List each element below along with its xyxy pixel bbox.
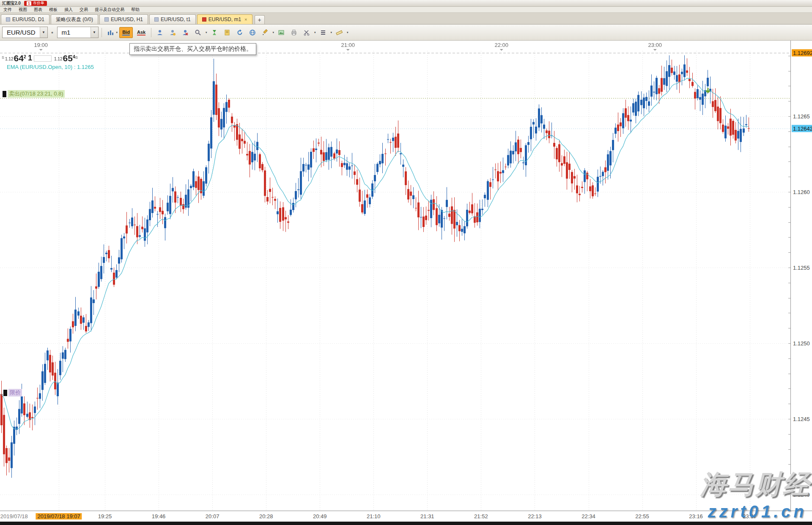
quote-display: S 1.12 64 2 1 1.12 65 4 B — [2, 54, 78, 62]
refresh-icon[interactable] — [234, 27, 245, 38]
ask-button[interactable]: Ask — [134, 27, 148, 38]
menu-item-4[interactable]: 插入 — [64, 7, 73, 13]
menu-item-5[interactable]: 交易 — [80, 7, 88, 13]
top-time-label: 23:00 — [648, 42, 662, 48]
tab-close-icon[interactable]: × — [244, 17, 247, 22]
toolbar-separator — [151, 28, 151, 37]
spread-value: 1 — [28, 54, 32, 62]
time-tick-label: 2019/07/18 19:07 — [36, 513, 82, 520]
app-title: 汇图宝2.0 — [2, 0, 21, 6]
globe-icon[interactable] — [247, 27, 258, 38]
promo-badge[interactable]: 1 市价单 — [24, 1, 47, 6]
tab-1[interactable]: 策略仪表盘 (0/0) — [51, 14, 98, 24]
ruler-icon[interactable] — [334, 27, 345, 38]
menu-item-2[interactable]: 图表 — [34, 7, 42, 13]
menu-item-6[interactable]: 提示及自动交易 — [95, 7, 124, 13]
chevron-down-icon[interactable]: ▾ — [116, 31, 118, 34]
timeframe-value: m1 — [58, 27, 91, 38]
chevron-down-icon[interactable]: ▾ — [273, 31, 274, 34]
bid-price-label: 1.12642 — [792, 125, 812, 132]
chevron-down-icon[interactable]: ▾ — [206, 31, 207, 34]
tab-4[interactable]: EUR/USD, m1× — [197, 14, 252, 24]
top-time-label: 22:00 — [495, 42, 509, 48]
chart-tab-icon — [154, 17, 159, 22]
time-tick-label: 23:37 — [743, 513, 757, 520]
sell-order-label: 卖出(07/18 23:21, 0.8) — [8, 90, 65, 98]
menu-item-3[interactable]: 模板 — [49, 7, 58, 13]
pending-order-icon[interactable] — [167, 27, 178, 38]
chevron-down-icon[interactable]: ▾ — [331, 31, 332, 34]
time-tick-label: 21:52 — [474, 513, 488, 520]
badge-count: 1 — [27, 1, 31, 5]
pencil-icon[interactable] — [260, 27, 271, 38]
price-tick-label: 1.1240 — [792, 491, 811, 498]
tab-2[interactable]: EUR/USD, H1 — [99, 14, 148, 24]
sell-flag: S — [2, 55, 4, 60]
tab-bar: EUR/USD, D1策略仪表盘 (0/0)EUR/USD, H1EUR/USD… — [0, 13, 812, 25]
ask-button-label: Ask — [137, 30, 145, 36]
printer-icon[interactable] — [288, 27, 299, 38]
hourglass-icon[interactable] — [209, 27, 220, 38]
top-time-label: 19:00 — [34, 42, 48, 48]
symbol-value: EUR/USD — [3, 27, 40, 38]
tab-label: 策略仪表盘 (0/0) — [56, 16, 93, 23]
time-tick-label: 21:10 — [367, 513, 381, 520]
symbol-select[interactable]: EUR/USD ▼ — [2, 27, 48, 38]
chart-type-icon[interactable] — [105, 27, 116, 38]
new-tab-button[interactable]: + — [255, 15, 265, 24]
menu-item-0[interactable]: 文件 — [3, 7, 12, 13]
time-tick-label: 20:49 — [313, 513, 327, 520]
close-order-icon[interactable] — [180, 27, 191, 38]
tab-label: EUR/USD, m1 — [208, 16, 241, 22]
tab-0[interactable]: EUR/USD, D1 — [1, 14, 49, 24]
magnifier-icon[interactable] — [192, 27, 203, 38]
price-chart-canvas[interactable] — [0, 51, 790, 511]
bid-button-label: Bid — [122, 30, 130, 36]
buy-flag: B — [75, 55, 78, 60]
chevron-down-icon[interactable]: ▼ — [91, 27, 98, 38]
new-order-icon[interactable] — [154, 27, 165, 38]
tab-label: EUR/USD, D1 — [12, 16, 44, 22]
menu-bar: 文件视图图表模板插入交易提示及自动交易帮助 — [0, 7, 812, 13]
toolbar: EUR/USD ▼ ● m1 ▼ ▾ Bid Ask ▾▾▾▾▾ — [0, 25, 812, 41]
menu-item-1[interactable]: 视图 — [19, 7, 27, 13]
time-tick-label: 22:55 — [635, 513, 649, 520]
time-tick-label: 19:25 — [98, 513, 112, 520]
chevron-down-icon[interactable]: ▾ — [314, 31, 316, 34]
time-axis[interactable]: 2019/07/182019/07/18 19:0719:2519:4620:0… — [0, 511, 812, 522]
chart-type-group: ▾ — [105, 27, 118, 38]
chart-tab-icon — [6, 17, 10, 22]
list-icon[interactable] — [318, 27, 329, 38]
limit-order-tag[interactable]: 限价 — [3, 389, 22, 396]
order-bar-icon — [3, 390, 7, 396]
price-tick-label: 1.1265 — [792, 113, 811, 120]
badge-text: 市价单 — [33, 0, 44, 6]
title-bar: 汇图宝2.0 1 市价单 — [0, 0, 812, 7]
price-axis[interactable]: 1.126921.12651.126421.12601.12551.12501.… — [790, 41, 812, 511]
bid-button[interactable]: Bid — [119, 27, 133, 38]
image-icon[interactable] — [276, 27, 287, 38]
tab-label: EUR/USD, t1 — [161, 16, 191, 22]
buy-price-prefix: 1.12 — [54, 57, 62, 61]
app-window: 汇图宝2.0 1 市价单 文件视图图表模板插入交易提示及自动交易帮助 EUR/U… — [0, 0, 812, 525]
ask-price-label: 1.12692 — [792, 49, 812, 56]
price-tick-label: 1.1260 — [792, 189, 811, 196]
tab-3[interactable]: EUR/USD, t1 — [149, 14, 196, 24]
chart-tab-icon — [202, 17, 206, 22]
chevron-down-icon[interactable]: ▾ — [347, 31, 348, 34]
spread-box[interactable] — [34, 55, 52, 62]
sell-order-tag[interactable]: 卖出(07/18 23:21, 0.8) — [3, 90, 65, 98]
limit-order-label: 限价 — [8, 389, 22, 396]
timeframe-select[interactable]: m1 ▼ — [57, 27, 99, 38]
time-tick-label: 2019/07/18 — [0, 513, 28, 520]
chevron-down-icon[interactable]: ▼ — [40, 27, 47, 38]
sell-price-prefix: 1.12 — [5, 57, 13, 61]
price-tick-label: 1.1245 — [792, 416, 811, 423]
menu-item-7[interactable]: 帮助 — [131, 7, 140, 13]
scissors-icon[interactable] — [301, 27, 312, 38]
time-tick-label: 22:34 — [582, 513, 595, 520]
time-tick-label: 21:31 — [420, 513, 434, 520]
price-tick-label: 1.1255 — [792, 264, 811, 271]
symbol-options-icon[interactable]: ● — [49, 27, 55, 38]
note-icon[interactable] — [222, 27, 233, 38]
